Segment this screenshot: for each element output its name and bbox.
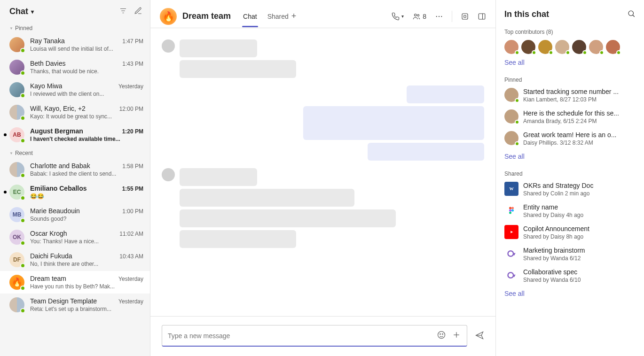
conversation-header: 🔥 Dream team ChatShared + ▾ 8 [150,0,495,28]
shared-item[interactable]: Copilot AnnouncementShared by Daisy 8h a… [504,225,636,240]
presence-icon [20,240,25,246]
chat-item[interactable]: ECEmiliano Ceballos1:55 PM😂😂 [0,181,150,203]
more-options-icon[interactable] [435,12,443,21]
emoji-icon[interactable] [437,330,446,341]
people-button[interactable]: 8 [412,12,426,21]
chat-item[interactable]: ABAugust Bergman1:20 PMI haven't checked… [0,124,150,146]
contributor-avatar[interactable] [538,40,552,54]
message-bubble[interactable] [303,106,484,140]
pinned-message[interactable]: Here is the schedule for this se...Amand… [504,109,636,124]
unread-indicator [4,191,7,193]
filter-icon[interactable] [119,7,127,16]
chat-name: Will, Kayo, Eric, +2 [30,105,86,112]
pinned-message[interactable]: Started tracking some number ...Kian Lam… [504,88,636,103]
message-bubble[interactable] [180,168,257,186]
new-chat-icon[interactable] [134,7,142,16]
chat-name: August Bergman [30,127,83,135]
shared-item[interactable]: Collaborative specShared by Wanda 6/10 [504,268,636,283]
people-count: 8 [423,13,426,20]
search-icon[interactable] [627,9,636,19]
chat-name: Kayo Miwa [30,82,62,90]
presence-icon [20,286,25,291]
chat-item[interactable]: 🔥Dream teamYesterdayHave you run this by… [0,271,150,294]
chat-item[interactable]: Kayo MiwaYesterdayI reviewed with the cl… [0,78,150,101]
message-bubble[interactable] [180,189,354,207]
chat-item[interactable]: OKOscar Krogh11:02 AMYou: Thanks! Have a… [0,226,150,248]
panel-toggle-icon[interactable] [478,12,486,21]
contributor-avatar[interactable] [606,40,620,54]
message-bubble[interactable] [180,230,296,248]
shared-item[interactable]: Entity nameShared by Daisy 4h ago [504,203,636,218]
pinned-message[interactable]: Great work team! Here is an o...Daisy Ph… [504,131,636,146]
contributor-avatar[interactable] [521,40,535,54]
call-button[interactable]: ▾ [391,12,404,21]
chat-time: Yesterday [118,276,143,282]
chat-time: 12:00 PM [119,106,143,112]
tab-chat[interactable]: Chat [242,6,258,27]
chat-item[interactable]: DFDaichi Fukuda10:43 AMNo, I think there… [0,248,150,271]
avatar: DF [9,252,24,267]
message-bubble[interactable] [368,143,484,161]
chat-name: Beth Davies [30,60,65,67]
avatar [9,162,24,177]
panel-title: In this chat [504,9,549,19]
section-pinned[interactable]: ▼ Pinned [0,21,150,33]
section-recent[interactable]: ▼ Recent [0,146,150,158]
shared-item[interactable]: WOKRs and Strategy DocShared by Colin 2 … [504,182,636,197]
chat-name: Marie Beaudouin [30,207,80,215]
chat-preview: Kayo: It would be great to sync... [30,113,143,120]
chat-time: 1:00 PM [122,208,143,215]
see-all-pinned[interactable]: See all [504,153,525,160]
message-bubble[interactable] [180,39,257,57]
presence-icon [532,50,536,55]
chat-time: 1:55 PM [122,186,143,192]
message-input[interactable] [168,332,437,340]
chat-time: 1:47 PM [122,38,143,45]
yt-icon [504,225,518,239]
section-recent-label: Recent [15,150,33,156]
chat-item[interactable]: MBMarie Beaudouin1:00 PMSounds good? [0,203,150,226]
chat-sidebar: Chat ▾ ▼ Pinned Ray Tanaka1:47 PMLouisa … [0,0,150,356]
presence-icon [20,173,25,178]
tab-shared[interactable]: Shared [267,6,290,27]
svg-point-25 [508,251,514,256]
avatar [9,82,24,97]
svg-point-21 [509,209,511,212]
svg-rect-7 [479,14,485,19]
avatar [9,297,24,312]
presence-icon [20,308,25,313]
chat-item[interactable]: Team Design TemplateYesterdayReta: Let's… [0,294,150,316]
contributor-avatar[interactable] [555,40,569,54]
chat-item[interactable]: Beth Davies1:43 PMThanks, that would be … [0,56,150,78]
contributor-avatar[interactable] [572,40,586,54]
contributor-avatar[interactable] [589,40,603,54]
svg-point-11 [442,334,443,335]
avatar [504,88,518,102]
collapse-icon: ▼ [9,26,13,31]
chat-item[interactable]: Will, Kayo, Eric, +212:00 PMKayo: It wou… [0,101,150,124]
svg-point-0 [415,14,417,16]
chat-list[interactable]: ▼ Pinned Ray Tanaka1:47 PMLouisa will se… [0,21,150,356]
message-scroll[interactable] [150,28,495,317]
message-bubble[interactable] [407,85,484,103]
contributors-label: Top contributors (8) [504,29,636,35]
sidebar-title[interactable]: Chat ▾ [9,7,34,16]
add-tab-button[interactable]: + [290,11,298,21]
word-icon: W [504,182,518,196]
copilot-icon[interactable] [461,12,469,21]
see-all-contributors[interactable]: See all [504,59,525,66]
svg-point-2 [436,15,437,16]
avatar: 🔥 [9,275,24,290]
svg-point-4 [441,15,442,16]
chat-item[interactable]: Ray Tanaka1:47 PMLouisa will send the in… [0,33,150,56]
svg-point-1 [417,14,419,16]
add-attachment-icon[interactable] [452,330,461,341]
contributor-avatar[interactable] [504,40,518,54]
message-bubble[interactable] [180,209,396,227]
shared-item[interactable]: Marketing brainstormShared by Wanda 6/12 [504,247,636,262]
message-bubble[interactable] [180,60,296,78]
compose-box[interactable] [162,325,467,347]
chat-item[interactable]: Charlotte and Babak1:58 PMBabak: I asked… [0,158,150,181]
send-button[interactable] [475,331,484,341]
see-all-shared[interactable]: See all [504,290,525,297]
